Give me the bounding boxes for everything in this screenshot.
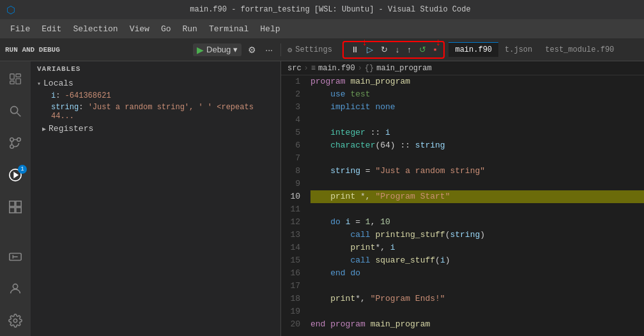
debug-toolbar: RUN AND DEBUG ▶ Debug ▾ ⚙ ··· ⚙ Settings… [0, 38, 644, 61]
breadcrumb-symbol-icon: {} [365, 64, 374, 73]
debug-config-dropdown[interactable]: ▶ Debug ▾ [193, 43, 241, 56]
activity-accounts[interactable] [0, 273, 31, 304]
menu-terminal[interactable]: Terminal [204, 22, 254, 36]
variables-content: ▾ Locals i: -641368621 string: 'Just a r… [31, 77, 280, 336]
left-panel-toolbar: RUN AND DEBUG ▶ Debug ▾ ⚙ ··· [0, 43, 281, 56]
continue-button[interactable]: ▷ [364, 43, 376, 56]
code-line-11 [310, 203, 644, 216]
menu-go[interactable]: Go [156, 22, 176, 36]
activity-search[interactable] [0, 96, 31, 126]
var-i-colon: : [56, 91, 65, 100]
title-bar: ⬡ main.f90 - fortran_testing [WSL: Ubunt… [0, 0, 644, 19]
var-i: i: -641368621 [33, 90, 278, 102]
activity-explorer[interactable] [0, 64, 31, 95]
tab-t-json[interactable]: t.json [498, 42, 539, 57]
menu-file[interactable]: File [5, 22, 35, 36]
registers-label: Registers [49, 124, 93, 134]
svg-rect-3 [10, 81, 14, 84]
menu-help[interactable]: Help [255, 22, 285, 36]
play-icon: ▶ [197, 45, 204, 55]
tab-settings[interactable]: ⚙ Settings [281, 42, 339, 57]
code-line-4 [310, 114, 644, 126]
code-content[interactable]: program main_program use test implicit n… [304, 75, 644, 336]
step-into-button[interactable]: ↓ [392, 43, 403, 56]
test-module-tab-label: test_module.f90 [545, 45, 614, 54]
code-line-8: string = "Just a random string" [310, 165, 644, 178]
registers-section[interactable]: ▶ Registers [33, 122, 278, 135]
activity-source-control[interactable] [0, 128, 31, 158]
code-line-7 [310, 152, 644, 165]
menu-run[interactable]: Run [177, 22, 202, 36]
svg-rect-2 [16, 79, 20, 84]
step-out-button[interactable]: ↑ [404, 43, 415, 56]
code-line-5: integer :: i [310, 126, 644, 139]
settings-tab-icon: ⚙ [288, 45, 292, 55]
code-line-16: end do [310, 267, 644, 280]
debug-config-name: Debug [206, 45, 231, 54]
svg-rect-12 [10, 208, 15, 213]
code-line-10: ▶ print *, "Program Start" [310, 190, 644, 203]
menu-bar: File Edit Selection View Go Run Terminal… [0, 19, 644, 38]
tab-test-module[interactable]: test_module.f90 [539, 42, 620, 57]
activity-run-debug[interactable] [0, 160, 31, 190]
code-line-12: do i = 1, 10 [310, 216, 644, 229]
svg-rect-11 [16, 201, 21, 206]
step-over-button[interactable]: ↻ [378, 43, 391, 56]
run-debug-label: RUN AND DEBUG [5, 46, 60, 54]
svg-rect-13 [16, 208, 21, 213]
code-line-15: call square_stuff(i) [310, 254, 644, 267]
breadcrumb-sep1: › [304, 64, 309, 73]
code-line-13: call printing_stuff(string) [310, 229, 644, 241]
locals-label: Locals [43, 79, 73, 88]
menu-edit[interactable]: Edit [36, 22, 66, 36]
breadcrumb-file[interactable]: main.f90 [318, 64, 355, 73]
tab-main-f90[interactable]: main.f90 [448, 42, 498, 57]
restart-button[interactable]: ↺ [416, 43, 429, 56]
var-i-value: -641368621 [65, 91, 111, 100]
code-line-3: implicit none [310, 101, 644, 114]
var-string: string: 'Just a random string', ' ' <rep… [33, 102, 278, 122]
pause-button[interactable]: ⏸ [348, 43, 362, 56]
code-line-2: use test [310, 88, 644, 101]
code-line-6: character(64) :: string [310, 139, 644, 152]
code-line-9 [310, 178, 644, 190]
code-line-14: print*, i [310, 241, 644, 254]
activity-extensions[interactable] [0, 192, 31, 222]
line-numbers: 1 2 3 4 5 6 7 8 9 10 11 12 13 14 15 16 1… [281, 75, 304, 336]
svg-rect-10 [10, 201, 15, 206]
svg-point-4 [11, 107, 18, 114]
chevron-down-icon: ▾ [233, 45, 238, 54]
code-line-19 [310, 305, 644, 318]
vscode-logo: ⬡ [6, 4, 18, 15]
settings-tab-label: Settings [295, 45, 332, 54]
var-string-colon: : [79, 103, 88, 112]
svg-point-17 [13, 284, 17, 289]
svg-point-7 [17, 138, 21, 142]
breadcrumb-sep2: › [358, 64, 362, 73]
code-editor: 1 2 3 4 5 6 7 8 9 10 11 12 13 14 15 16 1… [281, 75, 644, 336]
activity-settings[interactable] [0, 305, 31, 336]
menu-view[interactable]: View [125, 22, 155, 36]
variables-panel: VARIABLES ▾ Locals i: -641368621 string:… [31, 61, 281, 336]
main-layout: VARIABLES ▾ Locals i: -641368621 string:… [0, 61, 644, 336]
menu-selection[interactable]: Selection [68, 22, 123, 36]
debug-more-button[interactable]: ··· [263, 43, 275, 56]
debug-settings-button[interactable]: ⚙ [245, 43, 259, 56]
var-string-name: string [51, 103, 79, 112]
breadcrumb-src[interactable]: src [288, 64, 302, 73]
svg-rect-0 [10, 74, 14, 79]
svg-line-5 [17, 113, 21, 117]
activity-bar [0, 61, 31, 336]
code-line-17 [310, 280, 644, 293]
window-title: main.f90 - fortran_testing [WSL: Ubuntu]… [23, 5, 638, 14]
variables-header: VARIABLES [31, 61, 280, 77]
breadcrumb-symbol: main_program [376, 64, 431, 73]
activity-remote[interactable] [0, 241, 31, 272]
locals-section[interactable]: ▾ Locals [33, 77, 278, 90]
t-json-tab-label: t.json [505, 45, 532, 54]
registers-chevron: ▶ [42, 125, 46, 133]
main-f90-tab-label: main.f90 [455, 45, 492, 54]
breadcrumb: src › ≡ main.f90 › {} main_program [281, 61, 644, 75]
code-line-20: end program main_program [310, 318, 644, 331]
stop-button[interactable]: ▪ [431, 43, 440, 56]
